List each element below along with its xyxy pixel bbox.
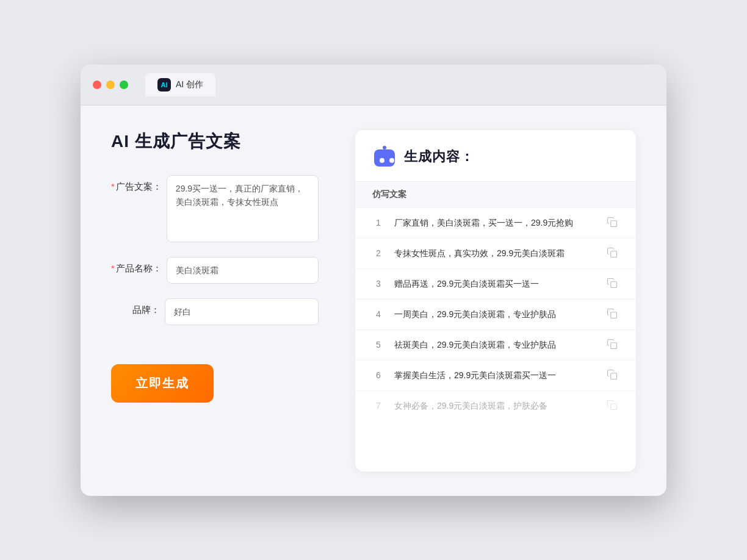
row-num-4: 4 [372, 309, 384, 319]
robot-eye-left [380, 158, 384, 163]
result-title: 生成内容： [404, 148, 474, 166]
copy-icon-2[interactable] [607, 247, 619, 259]
minimize-button[interactable] [106, 81, 115, 89]
row-text-6: 掌握美白生活，29.9元美白淡斑霜买一送一 [394, 369, 597, 382]
page-title: AI 生成广告文案 [111, 130, 319, 153]
svg-rect-2 [611, 282, 617, 288]
svg-rect-4 [611, 343, 617, 349]
copy-icon-5[interactable] [607, 339, 619, 351]
ai-tab[interactable]: AI AI 创作 [145, 73, 215, 96]
row-text-3: 赠品再送，29.9元美白淡斑霜买一送一 [394, 278, 597, 290]
ai-tab-icon: AI [157, 78, 171, 92]
result-row-7: 7 女神必备，29.9元美白淡斑霜，护肤必备 [355, 391, 636, 421]
tab-label: AI 创作 [176, 79, 203, 90]
brand-group: 品牌： [111, 298, 319, 325]
row-num-5: 5 [372, 340, 384, 350]
traffic-lights [93, 81, 128, 89]
result-table: 仿写文案 1 厂家直销，美白淡斑霜，买一送一，29.9元抢购 2 专抹 [355, 182, 636, 421]
ad-copy-label: *广告文案： [111, 175, 162, 193]
copy-icon-4[interactable] [607, 308, 619, 320]
left-panel: AI 生成广告文案 *广告文案： 29.9买一送一，真正的厂家直销，美白淡斑霜，… [111, 130, 319, 472]
result-row-2: 2 专抹女性斑点，真实功效，29.9元美白淡斑霜 [355, 239, 636, 269]
required-star-1: * [111, 181, 115, 192]
copy-icon-7[interactable] [607, 400, 619, 412]
row-num-7: 7 [372, 401, 384, 411]
title-bar: AI AI 创作 [81, 65, 666, 106]
result-row-6: 6 掌握美白生活，29.9元美白淡斑霜买一送一 [355, 361, 636, 391]
required-star-2: * [111, 263, 115, 273]
row-text-4: 一周美白，29.9元美白淡斑霜，专业护肤品 [394, 308, 597, 321]
svg-rect-0 [611, 221, 617, 227]
copy-icon-3[interactable] [607, 278, 619, 290]
row-num-6: 6 [372, 370, 384, 380]
row-num-1: 1 [372, 218, 384, 228]
svg-rect-5 [611, 373, 617, 379]
copy-icon-6[interactable] [607, 369, 619, 381]
product-name-group: *产品名称： [111, 257, 319, 284]
row-text-2: 专抹女性斑点，真实功效，29.9元美白淡斑霜 [394, 247, 597, 260]
maximize-button[interactable] [120, 81, 128, 89]
row-text-7: 女神必备，29.9元美白淡斑霜，护肤必备 [394, 400, 597, 412]
right-panel: 生成内容： 仿写文案 1 厂家直销，美白淡斑霜，买一送一，29.9元抢购 [355, 130, 636, 472]
result-header: 生成内容： [355, 130, 636, 182]
robot-eye-right [389, 158, 394, 163]
robot-head [374, 149, 395, 167]
product-name-label: *产品名称： [111, 257, 162, 275]
row-text-1: 厂家直销，美白淡斑霜，买一送一，29.9元抢购 [394, 217, 597, 229]
ad-copy-group: *广告文案： 29.9买一送一，真正的厂家直销，美白淡斑霜，专抹女性斑点 [111, 175, 319, 242]
copy-icon-1[interactable] [607, 217, 619, 229]
robot-antenna [383, 146, 386, 149]
result-row-1: 1 厂家直销，美白淡斑霜，买一送一，29.9元抢购 [355, 208, 636, 239]
result-row-3: 3 赠品再送，29.9元美白淡斑霜买一送一 [355, 269, 636, 300]
svg-rect-6 [611, 404, 617, 410]
content-area: AI 生成广告文案 *广告文案： 29.9买一送一，真正的厂家直销，美白淡斑霜，… [81, 106, 666, 496]
result-row-5: 5 祛斑美白，29.9元美白淡斑霜，专业护肤品 [355, 330, 636, 361]
row-num-3: 3 [372, 279, 384, 289]
row-text-5: 祛斑美白，29.9元美白淡斑霜，专业护肤品 [394, 339, 597, 351]
ad-copy-field[interactable]: 29.9买一送一，真正的厂家直销，美白淡斑霜，专抹女性斑点 [167, 175, 319, 242]
browser-window: AI AI 创作 AI 生成广告文案 *广告文案： 29.9买一送一，真正的厂家… [81, 65, 666, 496]
result-row-4: 4 一周美白，29.9元美白淡斑霜，专业护肤品 [355, 300, 636, 330]
svg-rect-3 [611, 312, 617, 318]
close-button[interactable] [93, 81, 101, 89]
brand-field[interactable] [165, 298, 319, 325]
product-name-field[interactable] [167, 257, 319, 284]
brand-label: 品牌： [111, 298, 160, 316]
robot-eyes [380, 158, 394, 163]
table-header: 仿写文案 [355, 182, 636, 208]
svg-rect-1 [611, 251, 617, 257]
row-num-2: 2 [372, 248, 384, 258]
robot-icon [372, 145, 397, 169]
generate-button[interactable]: 立即生成 [111, 364, 214, 403]
